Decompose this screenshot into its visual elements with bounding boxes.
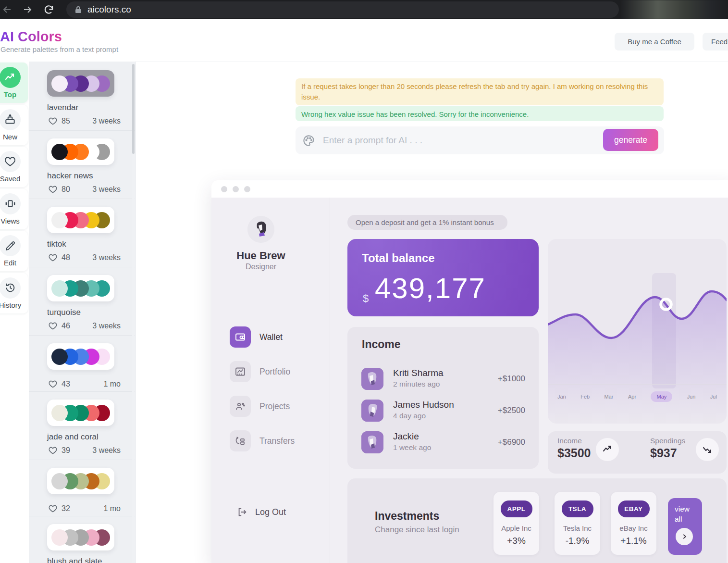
url-text: aicolors.co — [87, 4, 131, 15]
month-mar[interactable]: Mar — [605, 391, 614, 402]
site-subtitle: Generate palettes from a text prompt — [0, 45, 118, 53]
palette-likes[interactable]: 46 — [48, 321, 70, 331]
toolbar-artifact — [620, 0, 728, 19]
income-amount: +$1000 — [498, 374, 525, 384]
palette-item: tiktok483 weeks — [29, 199, 135, 267]
like-heart-icon[interactable] — [48, 253, 58, 263]
nav-label-portfolio[interactable]: Portfolio — [259, 361, 290, 382]
buy-coffee-button[interactable]: Buy me a Coffee — [615, 33, 694, 50]
palette-stats: 803 weeks — [48, 185, 136, 194]
nav-label-wallet[interactable]: Wallet — [259, 326, 283, 348]
palette-age: 1 mo — [103, 380, 121, 388]
palette-likes[interactable]: 39 — [48, 446, 70, 455]
palette-age: 3 weeks — [92, 322, 121, 330]
sidebar-item-edit[interactable]: Edit — [0, 231, 28, 271]
palette-item: lavendar853 weeks — [29, 63, 135, 131]
like-count: 85 — [62, 117, 70, 125]
palette-stats: 483 weeks — [48, 253, 136, 263]
palette-swatch[interactable] — [47, 70, 114, 97]
palette-likes[interactable]: 43 — [48, 379, 70, 389]
feedback-button[interactable]: Feed — [703, 33, 728, 50]
palette-swatch[interactable] — [47, 524, 114, 550]
nav-label-projects[interactable]: Projects — [259, 396, 290, 417]
palette-swatch[interactable] — [47, 207, 114, 233]
stock-card-tsla[interactable]: TSLATesla Inc-1.9% — [555, 492, 600, 555]
site-title: AI Colors — [0, 29, 62, 45]
palette-name: hacker news — [47, 171, 135, 181]
nav-tile-wallet[interactable] — [230, 326, 251, 348]
palette-item: blush and slate — [29, 516, 135, 563]
logout-label: Log Out — [255, 507, 286, 517]
color-dot — [51, 280, 68, 297]
like-heart-icon[interactable] — [48, 504, 58, 513]
stock-ticker: APPL — [501, 500, 532, 517]
month-may[interactable]: May — [651, 391, 672, 402]
view-all-button[interactable]: viewall — [668, 498, 702, 555]
like-heart-icon[interactable] — [48, 185, 58, 194]
like-heart-icon[interactable] — [48, 446, 58, 455]
forward-arrow-icon[interactable] — [21, 3, 34, 16]
palette-swatch[interactable] — [47, 468, 114, 494]
nav-label-transfers[interactable]: Transfers — [259, 430, 295, 451]
palette-list: lavendar853 weekshacker news803 weekstik… — [29, 62, 136, 563]
sidebar-item-history[interactable]: History — [0, 273, 28, 313]
like-heart-icon[interactable] — [48, 321, 58, 331]
like-heart-icon[interactable] — [48, 379, 58, 389]
palette-name: blush and slate — [47, 557, 135, 563]
stock-card-appl[interactable]: APPLApple Inc+3% — [494, 492, 539, 555]
sidebar-item-new[interactable]: New — [0, 105, 28, 145]
sidebar-item-label: Saved — [0, 175, 20, 183]
palette-swatch[interactable] — [47, 343, 114, 370]
income-avatar — [361, 400, 383, 422]
like-heart-icon[interactable] — [48, 116, 58, 126]
sidebar-item-saved[interactable]: Saved — [0, 147, 28, 187]
avatar — [247, 216, 274, 243]
palette-scrollbar-thumb[interactable] — [132, 64, 135, 154]
palette-swatch[interactable] — [47, 138, 114, 165]
like-count: 39 — [62, 446, 70, 455]
month-jul[interactable]: Jul — [710, 391, 717, 402]
sidebar-item-top[interactable]: Top — [0, 63, 28, 103]
palette-likes[interactable]: 85 — [48, 116, 70, 126]
trending-up-icon — [0, 67, 21, 88]
month-apr[interactable]: Apr — [628, 391, 636, 402]
color-dot — [51, 473, 68, 489]
back-arrow-icon[interactable] — [1, 3, 13, 16]
income-name: James Hudson — [393, 400, 454, 410]
trend-down-icon — [696, 438, 719, 461]
palette-likes[interactable]: 48 — [48, 253, 70, 263]
generate-button[interactable]: generate — [603, 129, 658, 151]
chart-separator — [548, 384, 727, 385]
address-bar[interactable]: aicolors.co — [66, 1, 619, 18]
logout-button[interactable]: Log Out — [237, 507, 286, 517]
income-time: 4 day ago — [393, 412, 426, 420]
pencil-icon — [0, 235, 21, 256]
palette-swatch[interactable] — [47, 400, 114, 426]
sidebar-item-views[interactable]: Views — [0, 189, 28, 229]
window-dot — [244, 186, 250, 192]
stat-value-income: $3500 — [557, 446, 591, 460]
palette-age: 3 weeks — [92, 253, 121, 262]
stock-card-ebay[interactable]: EBAYeBay Inc+1.1% — [611, 492, 656, 555]
app-sidebar: TopNewSavedViewsEditHistory — [0, 62, 29, 563]
palette-name: jade and coral — [47, 432, 135, 442]
month-jun[interactable]: Jun — [687, 391, 696, 402]
month-jan[interactable]: Jan — [557, 391, 566, 402]
carousel-icon — [0, 193, 21, 214]
nav-tile-portfolio[interactable] — [230, 361, 251, 382]
balance-currency: $ — [363, 292, 369, 305]
nav-tile-projects[interactable] — [230, 396, 251, 417]
income-row: Jackie1 week ago+$6900 — [361, 431, 525, 453]
palette-name: turquoise — [47, 308, 135, 317]
nav-tile-transfers[interactable] — [230, 430, 251, 451]
income-row: Kriti Sharma2 minutes ago+$1000 — [361, 368, 525, 390]
balance-chart-card: JanFebMarAprMayJunJul — [548, 239, 727, 424]
palette-swatch[interactable] — [47, 275, 114, 301]
sidebar-item-label: New — [3, 133, 17, 141]
chevron-right-icon[interactable] — [676, 528, 693, 545]
palette-likes[interactable]: 80 — [48, 185, 70, 194]
trend-up-icon — [596, 438, 619, 461]
month-feb[interactable]: Feb — [580, 391, 590, 402]
refresh-icon[interactable] — [42, 3, 55, 16]
palette-likes[interactable]: 32 — [48, 504, 70, 513]
